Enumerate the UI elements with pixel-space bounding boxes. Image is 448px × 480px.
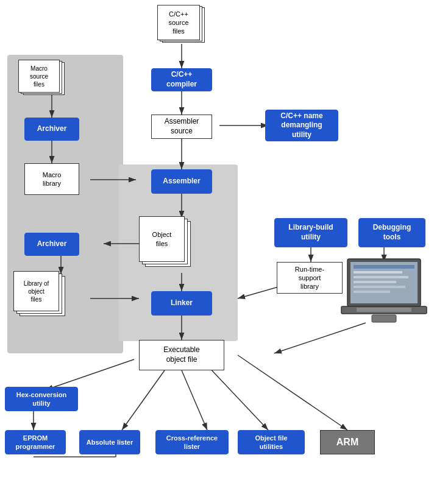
eprom-box: EPROMprogrammer <box>5 430 66 454</box>
cross-ref-box: Cross-referencelister <box>155 430 229 454</box>
svg-line-18 <box>46 359 134 390</box>
library-object-box: Library ofobjectfiles <box>13 271 59 311</box>
svg-line-20 <box>122 370 165 430</box>
svg-line-23 <box>238 355 347 430</box>
macro-source-box: Macrosourcefiles <box>18 60 60 93</box>
svg-rect-28 <box>354 265 414 269</box>
object-utilities-box: Object fileutilities <box>238 430 305 454</box>
assembler-source-box: Assemblersource <box>151 115 212 139</box>
object-files-box: Objectfiles <box>139 216 185 262</box>
svg-rect-33 <box>354 291 390 293</box>
cpp-compiler-box: C/C++compiler <box>151 68 212 91</box>
archiver2-box: Archiver <box>24 233 79 256</box>
svg-line-17 <box>274 323 366 353</box>
svg-rect-29 <box>354 271 402 274</box>
svg-line-21 <box>182 370 207 430</box>
macro-library-box: Macrolibrary <box>24 163 79 195</box>
object-files-stack: Objectfiles <box>139 216 194 271</box>
svg-rect-30 <box>354 276 408 278</box>
executable-box: Executableobject file <box>139 340 224 370</box>
cpp-source-box: C/C++sourcefiles <box>157 5 200 40</box>
library-build-box: Library-buildutility <box>274 218 347 247</box>
linker-box: Linker <box>151 291 212 316</box>
cpp-source-stack: C/C++sourcefiles <box>157 5 206 44</box>
assembler-box: Assembler <box>151 169 212 194</box>
debugging-tools-box: Debuggingtools <box>358 218 425 247</box>
run-time-support-box: Run-time-supportlibrary <box>277 262 343 294</box>
svg-rect-31 <box>354 281 396 283</box>
archiver1-box: Archiver <box>24 118 79 141</box>
diagram: C/C++sourcefiles C/C++compiler Assembler… <box>0 0 448 480</box>
laptop-icon <box>338 256 430 326</box>
svg-rect-35 <box>357 308 411 312</box>
svg-rect-32 <box>354 286 405 288</box>
macro-source-stack: Macrosourcefiles <box>18 60 68 97</box>
svg-line-15 <box>238 286 280 298</box>
absolute-lister-box: Absolute lister <box>79 430 140 454</box>
name-demangling-box: C/C++ namedemanglingutility <box>265 110 338 141</box>
svg-line-22 <box>207 365 268 430</box>
arm-box: ARM <box>320 430 375 454</box>
svg-rect-36 <box>372 315 396 322</box>
library-object-stack: Library ofobjectfiles <box>13 271 68 320</box>
hex-conversion-box: Hex-conversionutility <box>5 387 78 411</box>
